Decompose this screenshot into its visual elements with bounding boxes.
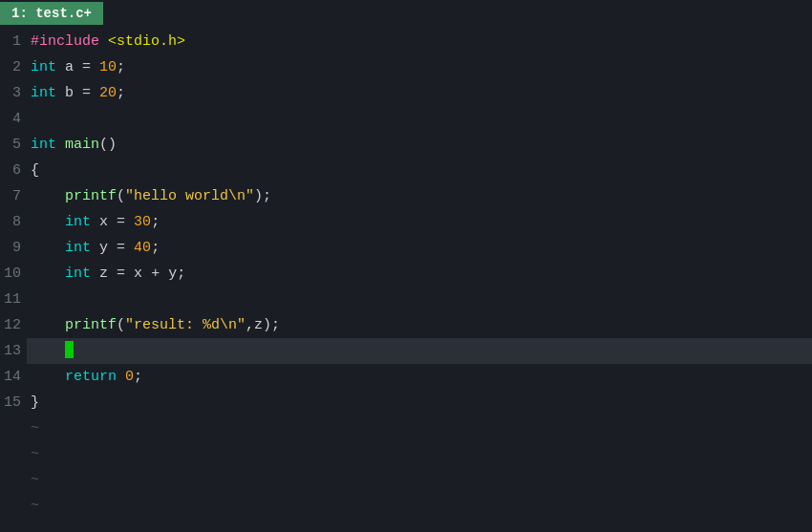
editor-container: 1: test.c+ 1 2 3 4 5 6 7 8 9 10 11 12 13…	[0, 0, 812, 532]
num-20: 20	[99, 85, 117, 101]
num-0: 0	[125, 369, 134, 385]
line-num-14: 14	[0, 364, 21, 390]
var-y: y	[99, 240, 108, 256]
num-10: 10	[99, 59, 117, 75]
printf-7: printf	[65, 188, 117, 204]
code-line-14: return 0;	[27, 364, 812, 390]
line-num-9: 9	[0, 235, 21, 261]
main-func: main	[65, 137, 99, 153]
code-line-2: int a = 10;	[27, 54, 812, 80]
tilde-line-2: ~	[27, 441, 812, 467]
line-num-11: 11	[0, 287, 21, 312]
str-result: "result: %d\n"	[125, 317, 246, 333]
line-num-12: 12	[0, 312, 21, 338]
return-keyword: return	[65, 369, 117, 385]
line-num-7: 7	[0, 183, 21, 209]
int-keyword-9: int	[65, 240, 91, 256]
var-b: b	[65, 85, 74, 101]
var-x: x	[99, 214, 108, 230]
printf-12: printf	[65, 317, 117, 333]
code-line-12: printf("result: %d\n",z);	[27, 312, 812, 338]
code-line-13	[27, 338, 812, 364]
var-z: z	[99, 266, 108, 282]
code-line-1: #include <stdio.h>	[27, 29, 812, 54]
code-area: 1 2 3 4 5 6 7 8 9 10 11 12 13 14 15 #inc…	[0, 27, 812, 532]
line-numbers: 1 2 3 4 5 6 7 8 9 10 11 12 13 14 15	[0, 27, 27, 532]
code-line-8: int x = 30;	[27, 209, 812, 235]
line-num-1: 1	[0, 29, 21, 54]
num-30: 30	[134, 214, 151, 230]
int-keyword-3: int	[31, 85, 56, 101]
code-line-15: }	[27, 390, 812, 415]
line-num-4: 4	[0, 106, 21, 132]
code-line-11	[27, 287, 812, 312]
active-tab[interactable]: 1: test.c+	[0, 2, 103, 25]
line-num-3: 3	[0, 80, 21, 106]
code-line-5: int main()	[27, 132, 812, 158]
text-cursor	[65, 341, 74, 358]
int-keyword-2: int	[31, 59, 56, 75]
str-hello: "hello world\n"	[125, 188, 254, 204]
code-line-7: printf("hello world\n");	[27, 183, 812, 209]
int-keyword-10: int	[65, 266, 91, 282]
tilde-line-1: ~	[27, 415, 812, 441]
line-num-10: 10	[0, 261, 21, 287]
line-num-2: 2	[0, 54, 21, 80]
code-lines: #include <stdio.h> int a = 10; int b = 2…	[27, 27, 812, 532]
code-line-6: {	[27, 158, 812, 183]
tilde-line-3: ~	[27, 467, 812, 493]
tilde-line-4: ~	[27, 493, 812, 519]
tab-label: 1: test.c+	[11, 6, 92, 21]
line-num-15: 15	[0, 390, 21, 415]
line-num-6: 6	[0, 158, 21, 183]
tab-bar: 1: test.c+	[0, 0, 812, 27]
code-line-3: int b = 20;	[27, 80, 812, 106]
line-num-8: 8	[0, 209, 21, 235]
num-40: 40	[134, 240, 151, 256]
include-keyword: #include	[31, 33, 99, 50]
int-keyword-8: int	[65, 214, 91, 230]
code-line-9: int y = 40;	[27, 235, 812, 261]
line-num-13: 13	[0, 338, 21, 364]
line-num-5: 5	[0, 132, 21, 158]
var-a: a	[65, 59, 74, 75]
code-line-10: int z = x + y;	[27, 261, 812, 287]
code-line-4	[27, 106, 812, 132]
header-name: <stdio.h>	[108, 33, 185, 50]
int-keyword-5: int	[31, 137, 56, 153]
